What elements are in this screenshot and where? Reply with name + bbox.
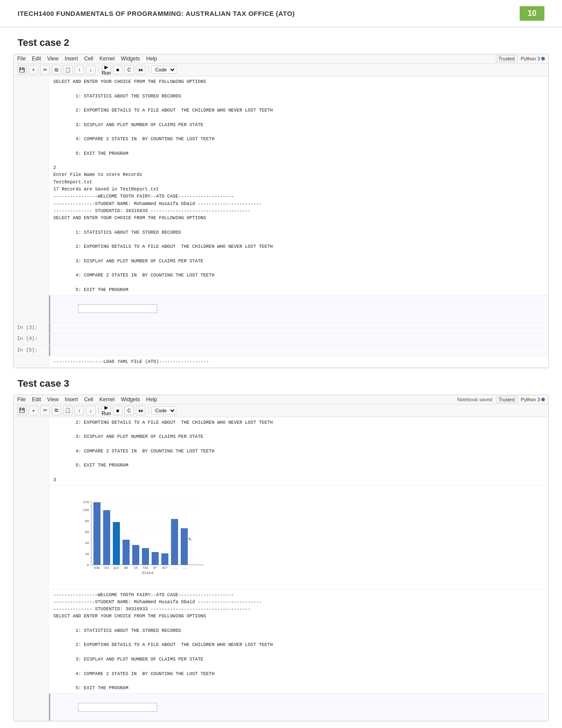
nb1-output-text: SELECT AND ENTER YOUR CHOICE FROM THE FO… <box>49 76 548 295</box>
nb2-menu-cell[interactable]: Cell <box>84 396 93 403</box>
nb1-bottom-dots: ··················LOAD YAML FILE (ATO)··… <box>14 356 548 367</box>
nb2-status-area: Notebook saved Trusted Python 3 <box>457 396 545 403</box>
nb1-save-btn[interactable]: 💾 <box>17 65 27 75</box>
nb1-cell-in5: In [5]: <box>14 345 548 357</box>
nb1-bottom-text: ··················LOAD YAML FILE (ATO)··… <box>49 356 548 367</box>
nb1-menu-widgets[interactable]: Widgets <box>121 56 140 62</box>
nb1-cut-btn[interactable]: ✂ <box>40 65 50 75</box>
nb1-cell-type[interactable]: Code <box>151 66 176 74</box>
nb2-text-input[interactable] <box>78 703 157 712</box>
nb1-run-btn[interactable]: ▶ Run <box>101 65 111 75</box>
nb2-bottom-label <box>14 590 49 694</box>
nb1-menu-edit[interactable]: Edit <box>32 56 41 62</box>
bar-TAS <box>142 548 149 565</box>
nb1-menu-view[interactable]: View <box>47 56 59 62</box>
svg-text:40: 40 <box>85 541 89 545</box>
nb2-up-btn[interactable]: ↑ <box>74 406 84 415</box>
nb1-menu-cell[interactable]: Cell <box>84 56 93 62</box>
bar-SA <box>132 545 139 565</box>
nb1-bottom-label <box>14 356 49 367</box>
nb2-cut-btn[interactable]: ✂ <box>40 406 50 415</box>
svg-text:120: 120 <box>82 500 89 504</box>
notebook-1: File Edit View Insert Cell Kernel Widget… <box>13 54 549 368</box>
bar-NSW <box>93 502 100 565</box>
nb2-input-label <box>14 694 49 721</box>
nb1-copy-btn[interactable]: ⧉ <box>52 65 61 75</box>
nb2-stop-btn[interactable]: ■ <box>113 406 123 415</box>
nb2-menu-edit[interactable]: Edit <box>32 396 41 403</box>
page-number: 10 <box>520 6 544 21</box>
nb1-content-in3[interactable] <box>49 323 548 334</box>
nb1-text-input[interactable] <box>78 304 157 313</box>
nb1-content-in4[interactable] <box>49 334 548 345</box>
svg-text:0: 0 <box>87 563 89 567</box>
nb1-menu-insert[interactable]: Insert <box>65 56 78 62</box>
bar-QLD <box>113 522 120 565</box>
nb1-label-in4: In [4]: <box>14 334 49 345</box>
bar-chart-svg: 0 20 40 60 80 100 120 <box>76 497 208 576</box>
svg-text:State: State <box>141 571 153 575</box>
nb2-top-output: 2: EXPORTING DETAILS TO A FILE ABOUT THE… <box>49 417 548 485</box>
nb2-run-btn[interactable]: ▶ Run <box>101 406 111 415</box>
section-label-2: Test case 2 <box>18 37 544 49</box>
nb2-top-label <box>14 417 49 485</box>
nb2-menu-file[interactable]: File <box>17 396 26 403</box>
nb2-chart-label <box>14 485 49 589</box>
svg-text:NSW: NSW <box>94 566 100 570</box>
nb1-menu-kernel[interactable]: Kernel <box>100 56 115 62</box>
svg-text:20: 20 <box>85 552 89 556</box>
svg-text:SA: SA <box>134 566 138 570</box>
nb2-paste-btn[interactable]: 📋 <box>63 406 73 415</box>
nb1-label-in3: In [3]: <box>14 323 49 334</box>
bar-extra1 <box>171 519 178 565</box>
svg-text:TAS: TAS <box>143 566 149 570</box>
svg-text:↖: ↖ <box>188 535 192 542</box>
nb2-add-btn[interactable]: + <box>29 406 38 415</box>
section-label-3: Test case 3 <box>18 378 544 389</box>
nb2-copy-btn[interactable]: ⧉ <box>52 406 61 415</box>
nb2-save-btn[interactable]: 💾 <box>17 406 27 415</box>
nb1-output-cell: SELECT AND ENTER YOUR CHOICE FROM THE FO… <box>14 76 548 295</box>
nb2-toolbar: 💾 + ✂ ⧉ 📋 ↑ ↓ ▶ Run ■ C ⏭ Code <box>14 404 548 417</box>
nb2-fastforward-btn[interactable]: ⏭ <box>136 406 145 415</box>
nb2-down-btn[interactable]: ↓ <box>86 406 96 415</box>
svg-text:QLD: QLD <box>114 566 119 570</box>
nb2-menu-help[interactable]: Help <box>146 396 157 403</box>
nb2-cell-type[interactable]: Code <box>151 407 176 414</box>
bar-VIC <box>103 510 110 565</box>
nb1-content-in5[interactable] <box>49 345 548 356</box>
python-dot2-icon <box>541 398 545 401</box>
nb1-down-btn[interactable]: ↓ <box>86 65 96 75</box>
nb1-toolbar: 💾 + ✂ ⧉ 📋 ↑ ↓ ▶ Run ■ C ⏭ Code <box>14 63 548 76</box>
nb1-cell-label <box>14 76 49 295</box>
svg-text:...: ... <box>172 566 178 570</box>
nb1-label-in5: In [5]: <box>14 345 49 356</box>
svg-text:ACT: ACT <box>162 566 168 570</box>
bar-NT <box>152 552 159 565</box>
bar-extra2 <box>181 528 188 565</box>
nb1-restart-btn[interactable]: C <box>124 65 134 75</box>
nb1-fastforward-btn[interactable]: ⏭ <box>136 65 145 75</box>
nb2-menu-insert[interactable]: Insert <box>65 396 78 403</box>
nb2-notebook-saved: Notebook saved <box>457 397 492 402</box>
svg-text:NT: NT <box>153 566 157 570</box>
nb2-menu-widgets[interactable]: Widgets <box>121 396 140 403</box>
nb2-restart-btn[interactable]: C <box>124 406 134 415</box>
nb2-bottom-output: ----------------WELCOME TOOTH FAIRY--ATO… <box>49 590 548 694</box>
nb2-menu-kernel[interactable]: Kernel <box>100 396 115 403</box>
svg-text:VIC: VIC <box>104 566 110 570</box>
nb2-content: 2: EXPORTING DETAILS TO A FILE ABOUT THE… <box>14 417 548 721</box>
nb1-stop-btn[interactable]: ■ <box>113 65 123 75</box>
nb1-add-btn[interactable]: + <box>29 65 38 75</box>
nb2-sep2 <box>148 407 149 414</box>
nb1-paste-btn[interactable]: 📋 <box>63 65 73 75</box>
nb2-menu-view[interactable]: View <box>47 396 59 403</box>
nb2-trusted: Trusted <box>496 396 517 403</box>
nb2-chart-cell: 0 20 40 60 80 100 120 <box>14 485 548 590</box>
nb1-up-btn[interactable]: ↑ <box>74 65 84 75</box>
nb1-menu-file[interactable]: File <box>17 56 26 62</box>
python-dot-icon <box>541 57 545 60</box>
nb1-menu-help[interactable]: Help <box>146 56 157 62</box>
nb2-chart-content: 0 20 40 60 80 100 120 <box>49 485 548 589</box>
nb1-python-badge: Python 3 <box>521 56 545 61</box>
